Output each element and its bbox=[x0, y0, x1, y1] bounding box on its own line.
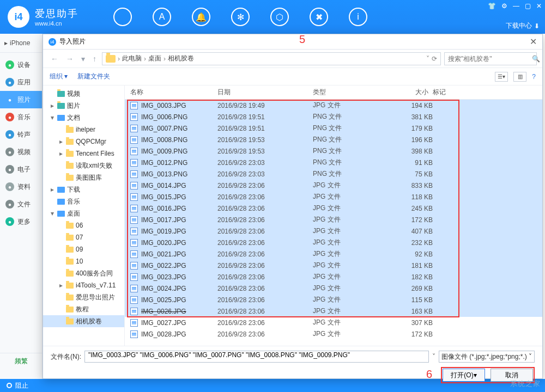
open-button[interactable]: 打开(O) ▾ bbox=[443, 369, 485, 382]
col-type[interactable]: 类型 bbox=[313, 88, 384, 97]
sidebar-item[interactable]: ●照片 bbox=[0, 91, 42, 108]
file-row[interactable]: IMG_0016.JPG2016/9/28 23:06JPG 文件245 KB bbox=[125, 203, 542, 214]
file-list[interactable]: IMG_0003.JPG2016/9/28 19:49JPG 文件194 KBI… bbox=[125, 100, 542, 346]
file-row[interactable]: IMG_0012.PNG2016/9/28 23:03PNG 文件91 KB bbox=[125, 157, 542, 168]
tree-item[interactable]: 读取xml失败 bbox=[43, 160, 124, 171]
info-icon[interactable]: i bbox=[349, 8, 367, 26]
tools-icon[interactable]: ✖ bbox=[310, 8, 328, 26]
tree-item[interactable]: ▾桌面 bbox=[43, 207, 124, 219]
file-row[interactable]: IMG_0024.JPG2016/9/28 23:06JPG 文件269 KB bbox=[125, 283, 542, 294]
device-selector[interactable]: ▸ iPhone bbox=[0, 34, 42, 53]
download-center[interactable]: 下载中心 ⬇ bbox=[506, 21, 540, 30]
search-input[interactable] bbox=[448, 55, 530, 63]
filename-dropdown-icon[interactable]: ˅ bbox=[432, 353, 435, 360]
file-row[interactable]: IMG_0007.PNG2016/9/28 19:51PNG 文件179 KB bbox=[125, 122, 542, 134]
nav-back-icon[interactable]: ← bbox=[49, 54, 60, 63]
search-box[interactable]: 🔍 bbox=[444, 52, 537, 65]
tree-twisty-icon[interactable]: ▸ bbox=[58, 150, 64, 157]
filename-input[interactable] bbox=[88, 351, 425, 359]
cancel-button[interactable]: 取消 bbox=[491, 369, 533, 382]
col-date[interactable]: 日期 bbox=[217, 88, 313, 97]
tree-item[interactable]: 视频 bbox=[43, 88, 124, 100]
col-size[interactable]: 大小 bbox=[384, 88, 433, 97]
file-row[interactable]: IMG_0015.JPG2016/9/28 23:06JPG 文件118 KB bbox=[125, 191, 542, 203]
filetype-select[interactable]: 图像文件 (*.jpg;*.jpeg;*png;*.)˅ bbox=[439, 351, 535, 363]
file-row[interactable]: IMG_0017.JPG2016/9/28 23:06JPG 文件172 KB bbox=[125, 214, 542, 225]
col-name[interactable]: 名称 bbox=[130, 88, 217, 97]
tree-item[interactable]: ihelper bbox=[43, 124, 124, 136]
appstore-icon[interactable]: A bbox=[153, 8, 171, 26]
maximize-icon[interactable]: ▢ bbox=[525, 2, 531, 10]
sidebar-item[interactable]: ●更多 bbox=[0, 213, 42, 230]
tree-item[interactable]: ▸i4Tools_v7.11 bbox=[43, 279, 124, 291]
file-row[interactable]: IMG_0013.PNG2016/9/28 23:03PNG 文件75 KB bbox=[125, 168, 542, 180]
gear-icon[interactable]: ✻ bbox=[231, 8, 250, 26]
folder-tree[interactable]: 视频▸图片▾文档ihelper▸QQPCMgr▸Tencent Files读取x… bbox=[43, 85, 125, 346]
preview-pane-button[interactable]: ▥ bbox=[513, 72, 526, 82]
tree-item[interactable]: 美图图库 bbox=[43, 171, 124, 183]
file-row[interactable]: IMG_0008.PNG2016/9/28 19:53PNG 文件196 KB bbox=[125, 134, 542, 145]
search-icon[interactable]: 🔍 bbox=[532, 55, 540, 63]
tree-item[interactable]: 爱思导出照片 bbox=[43, 291, 124, 303]
file-row[interactable]: IMG_0020.JPG2016/9/28 23:06JPG 文件232 KB bbox=[125, 237, 542, 248]
file-row[interactable]: IMG_0028.JPG2016/9/28 23:06JPG 文件172 KB bbox=[125, 328, 542, 340]
tree-twisty-icon[interactable]: ▸ bbox=[58, 138, 64, 145]
chevron-down-icon[interactable]: ˅ bbox=[426, 55, 429, 63]
tree-item[interactable]: ▸QQPCMgr bbox=[43, 136, 124, 148]
file-row[interactable]: IMG_0026.JPG2016/9/28 23:06JPG 文件163 KB bbox=[125, 305, 542, 317]
tree-item[interactable]: 教程 bbox=[43, 303, 124, 315]
tree-item[interactable]: 07 bbox=[43, 231, 124, 243]
tree-item[interactable]: 06 bbox=[43, 219, 124, 231]
nav-dropdown-icon[interactable]: ▾ bbox=[79, 54, 87, 63]
settings-icon[interactable]: ⚙ bbox=[501, 2, 507, 10]
tree-twisty-icon[interactable]: ▸ bbox=[50, 186, 55, 193]
sidebar-item[interactable]: ●设备 bbox=[0, 56, 42, 74]
bell-icon[interactable]: 🔔 bbox=[192, 8, 210, 26]
tree-item[interactable]: 10 bbox=[43, 255, 124, 267]
breadcrumb[interactable]: › 此电脑 › 桌面 › 相机胶卷 ˅⟳ bbox=[102, 52, 441, 65]
tree-item[interactable]: 400服务合同 bbox=[43, 267, 124, 279]
view-mode-button[interactable]: ☰▾ bbox=[495, 72, 508, 82]
nav-up-icon[interactable]: ↑ bbox=[90, 54, 99, 63]
tree-item[interactable]: 09 bbox=[43, 243, 124, 255]
file-row[interactable]: IMG_0021.JPG2016/9/28 23:06JPG 文件92 KB bbox=[125, 248, 542, 260]
new-folder-button[interactable]: 新建文件夹 bbox=[77, 72, 110, 81]
bottom-link[interactable]: 频繁 bbox=[0, 353, 43, 369]
col-tag[interactable]: 标记 bbox=[433, 88, 471, 97]
sidebar-item[interactable]: ●铃声 bbox=[0, 126, 42, 143]
breadcrumb-seg[interactable]: 桌面 bbox=[148, 54, 161, 63]
tree-item[interactable]: ▸下载 bbox=[43, 183, 124, 195]
file-row[interactable]: IMG_0009.PNG2016/9/28 19:53PNG 文件398 KB bbox=[125, 145, 542, 157]
nav-forward-icon[interactable]: → bbox=[64, 54, 76, 63]
breadcrumb-seg[interactable]: 相机胶卷 bbox=[168, 54, 194, 63]
sidebar-item[interactable]: ●应用 bbox=[0, 74, 42, 91]
tree-item[interactable]: 相机胶卷 bbox=[43, 315, 124, 327]
skin-icon[interactable]: 👕 bbox=[488, 2, 496, 10]
close-icon[interactable]: ✕ bbox=[536, 2, 542, 10]
sidebar-item[interactable]: ●文件 bbox=[0, 195, 42, 213]
file-row[interactable]: IMG_0014.JPG2016/9/28 23:06JPG 文件833 KB bbox=[125, 180, 542, 191]
tree-item[interactable]: ▸图片 bbox=[43, 100, 124, 112]
file-row[interactable]: IMG_0027.JPG2016/9/28 23:06JPG 文件307 KB bbox=[125, 317, 542, 328]
file-row[interactable]: IMG_0006.PNG2016/9/28 19:51PNG 文件381 KB bbox=[125, 111, 542, 122]
help-icon[interactable]: ? bbox=[532, 73, 536, 81]
box-icon[interactable]: ⬡ bbox=[270, 8, 289, 26]
file-row[interactable]: IMG_0019.JPG2016/9/28 23:06JPG 文件407 KB bbox=[125, 225, 542, 237]
tree-twisty-icon[interactable]: ▸ bbox=[50, 102, 55, 109]
minimize-icon[interactable]: — bbox=[513, 2, 519, 10]
radio-icon[interactable] bbox=[7, 383, 12, 388]
sidebar-item[interactable]: ●电子 bbox=[0, 161, 42, 178]
file-row[interactable]: IMG_0022.JPG2016/9/28 23:06JPG 文件181 KB bbox=[125, 260, 542, 271]
sidebar-item[interactable]: ●视频 bbox=[0, 143, 42, 161]
sidebar-item[interactable]: ●资料 bbox=[0, 178, 42, 195]
tree-item[interactable]: ▸Tencent Files bbox=[43, 148, 124, 160]
apple-icon[interactable] bbox=[113, 8, 132, 26]
tree-item[interactable]: ▾文档 bbox=[43, 112, 124, 124]
organize-menu[interactable]: 组织 ▾ bbox=[50, 72, 68, 81]
dialog-close-button[interactable]: ✕ bbox=[530, 36, 537, 47]
file-row[interactable]: IMG_0025.JPG2016/9/28 23:06JPG 文件115 KB bbox=[125, 294, 542, 305]
tree-twisty-icon[interactable]: ▾ bbox=[50, 114, 55, 121]
refresh-icon[interactable]: ⟳ bbox=[432, 55, 437, 63]
tree-twisty-icon[interactable]: ▸ bbox=[58, 281, 64, 289]
file-row[interactable]: IMG_0003.JPG2016/9/28 19:49JPG 文件194 KB bbox=[125, 100, 542, 111]
